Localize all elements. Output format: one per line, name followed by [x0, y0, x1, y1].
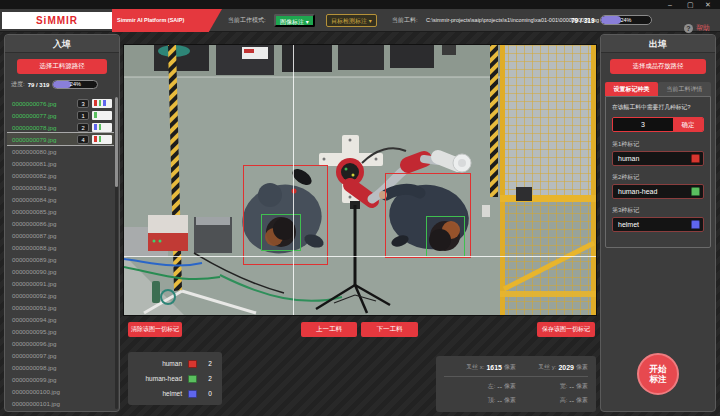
- file-list-item[interactable]: 00000000101.jpg: [7, 397, 114, 409]
- mark-color-chip[interactable]: [691, 187, 700, 196]
- file-list-item[interactable]: 0000000098.jpg: [7, 361, 114, 373]
- annotation-count-badge: 3: [77, 99, 89, 108]
- mark-type-value: helmet: [618, 221, 691, 228]
- cross-y-label: 叉丝 y:: [538, 363, 556, 372]
- file-name: 0000000093.jpg: [12, 304, 112, 311]
- unit-px: 像素: [576, 396, 588, 405]
- scrollbar-thumb[interactable]: [115, 97, 118, 187]
- mark-color-chip[interactable]: [691, 220, 700, 229]
- annotation-canvas[interactable]: [124, 45, 596, 315]
- file-name: 0000000076.jpg: [12, 100, 77, 107]
- mode-label: 当前工作模式:: [228, 9, 266, 32]
- select-output-path-button[interactable]: 选择成品存放路径: [610, 59, 706, 74]
- clear-marks-button[interactable]: 清除该图一切标记: [128, 322, 182, 337]
- file-name: 0000000083.jpg: [12, 184, 112, 191]
- file-list-item[interactable]: 0000000076.jpg3: [7, 97, 114, 109]
- file-list-item[interactable]: 0000000087.jpg: [7, 229, 114, 241]
- file-list-scrollbar[interactable]: [115, 97, 118, 409]
- bounding-box-human-head[interactable]: [426, 216, 465, 257]
- file-list-item[interactable]: 0000000095.jpg: [7, 325, 114, 337]
- mark-type-block: 第2种标记human-head: [612, 173, 704, 199]
- file-list-item[interactable]: 0000000084.jpg: [7, 193, 114, 205]
- legend-label: human: [134, 360, 182, 367]
- file-list-item[interactable]: 0000000079.jpg4: [7, 133, 114, 145]
- inbound-panel: 入埠 选择工料源路径 进度: 79 / 319 24% 0000000076.j…: [4, 34, 120, 412]
- outbound-title: 出埠: [601, 35, 715, 53]
- file-list-item[interactable]: 0000000091.jpg: [7, 277, 114, 289]
- app-header: SiMMIR Simmir AI Platform (SAIP) 当前工作模式:…: [0, 9, 720, 32]
- file-name: 0000000079.jpg: [12, 136, 77, 143]
- mark-color-chip[interactable]: [691, 154, 700, 163]
- file-list-item[interactable]: 0000000096.jpg: [7, 337, 114, 349]
- tab-current-file-detail[interactable]: 当前工料详情: [658, 82, 711, 96]
- header-counter: 79 / 319: [571, 9, 595, 32]
- file-list-item[interactable]: 0000000085.jpg: [7, 205, 114, 217]
- mark-type-input[interactable]: helmet: [612, 217, 704, 232]
- logo: SiMMIR: [2, 12, 112, 29]
- file-list-item[interactable]: 0000000086.jpg: [7, 217, 114, 229]
- class-legend: human2human-head2helmet0: [128, 352, 222, 405]
- file-list-item[interactable]: 0000000088.jpg: [7, 241, 114, 253]
- file-list-item[interactable]: 0000000080.jpg: [7, 145, 114, 157]
- file-list-item[interactable]: 0000000092.jpg: [7, 289, 114, 301]
- file-list-item[interactable]: 00000000100.jpg: [7, 385, 114, 397]
- prev-file-button[interactable]: 上一工料: [301, 322, 357, 337]
- box-left-label: 左:: [488, 382, 496, 391]
- file-list-item[interactable]: 0000000097.jpg: [7, 349, 114, 361]
- file-name: 0000000094.jpg: [12, 316, 112, 323]
- confirm-button[interactable]: 确定: [673, 118, 703, 131]
- file-name: 0000000077.jpg: [12, 112, 77, 119]
- tab-set-mark-types[interactable]: 设置标记种类: [605, 82, 658, 96]
- mark-type-input[interactable]: human-head: [612, 184, 704, 199]
- close-icon[interactable]: ✕: [705, 0, 711, 9]
- file-name: 0000000092.jpg: [12, 292, 112, 299]
- file-name: 00000000100.jpg: [12, 388, 112, 395]
- file-list-item[interactable]: 0000000099.jpg: [7, 373, 114, 385]
- start-annotation-button[interactable]: 开始 标注: [637, 353, 679, 395]
- cross-y-value: 2029: [558, 364, 574, 371]
- select-source-path-button[interactable]: 选择工料源路径: [17, 59, 107, 74]
- box-left-value: --: [497, 383, 502, 390]
- file-list-item[interactable]: 0000000089.jpg: [7, 253, 114, 265]
- minimize-icon[interactable]: –: [668, 0, 672, 9]
- file-name: 0000000084.jpg: [12, 196, 112, 203]
- save-marks-button[interactable]: 保存该图一切标记: [537, 322, 595, 337]
- file-name: 0000000090.jpg: [12, 268, 112, 275]
- inbound-title: 入埠: [5, 35, 119, 53]
- box-top-value: --: [497, 397, 502, 404]
- annotation-color-chip: [92, 111, 112, 120]
- next-file-button[interactable]: 下一工料: [361, 322, 418, 337]
- file-list-item[interactable]: 0000000083.jpg: [7, 181, 114, 193]
- file-list-item[interactable]: 0000000093.jpg: [7, 301, 114, 313]
- file-list-item[interactable]: 0000000078.jpg2: [7, 121, 114, 133]
- file-name: 0000000099.jpg: [12, 376, 112, 383]
- mark-type-label: 第2种标记: [612, 173, 704, 182]
- maximize-icon[interactable]: ▢: [687, 0, 694, 9]
- file-name: 0000000097.jpg: [12, 352, 112, 359]
- mark-type-input[interactable]: human: [612, 151, 704, 166]
- file-name: 0000000085.jpg: [12, 208, 112, 215]
- mark-count-input[interactable]: 3: [613, 118, 673, 131]
- file-name: 0000000096.jpg: [12, 340, 112, 347]
- mode-detect-dropdown[interactable]: 目标检测标注 ▾: [326, 14, 377, 27]
- unit-px: 像素: [504, 382, 516, 391]
- bounding-box-human-head[interactable]: [261, 214, 302, 252]
- annotation-count-badge: 2: [77, 123, 89, 132]
- coordinate-stats: 叉丝 x: 1615 像素 叉丝 y: 2029 像素 左: -- 像素 宽: …: [436, 356, 596, 412]
- legend-count: 2: [204, 360, 216, 367]
- file-name: 0000000078.jpg: [12, 124, 77, 131]
- file-list-item[interactable]: 0000000090.jpg: [7, 265, 114, 277]
- file-list-item[interactable]: 0000000081.jpg: [7, 157, 114, 169]
- current-file-label: 当前工料:: [392, 9, 418, 32]
- file-list-item[interactable]: 0000000077.jpg1: [7, 109, 114, 121]
- progress-label: 进度:: [11, 80, 25, 89]
- file-name: 0000000080.jpg: [12, 148, 112, 155]
- app-window: – ▢ ✕ SiMMIR Simmir AI Platform (SAIP) 当…: [0, 0, 720, 416]
- file-list-item[interactable]: 0000000082.jpg: [7, 169, 114, 181]
- legend-color-chip: [188, 375, 197, 383]
- mode-image-dropdown[interactable]: 图像标注 ▾: [274, 14, 315, 27]
- inbound-progress-bar: 24%: [52, 80, 98, 89]
- help-button[interactable]: ? 帮助: [684, 23, 710, 33]
- progress-counter: 79 / 319: [28, 82, 50, 88]
- file-list-item[interactable]: 0000000094.jpg: [7, 313, 114, 325]
